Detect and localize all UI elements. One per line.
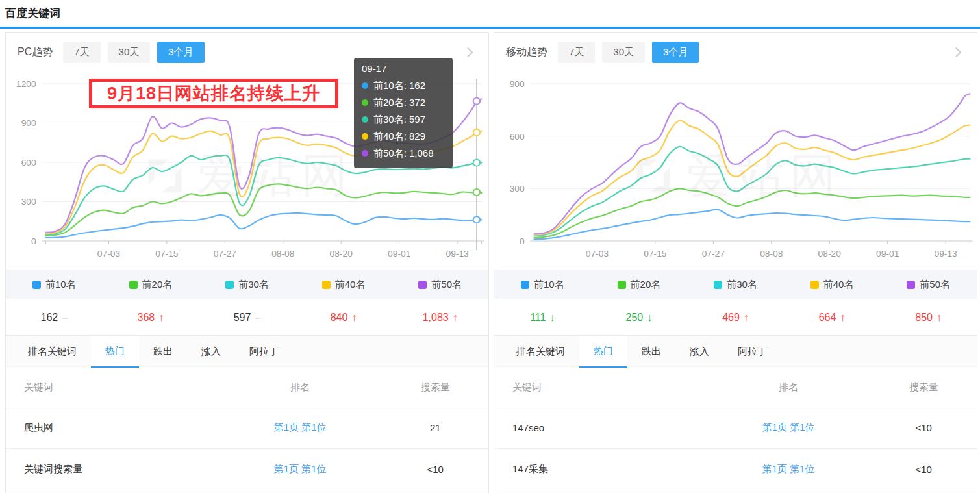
down-arrow-icon: ↓ — [647, 312, 652, 323]
x-axis-label: 07-03 — [97, 249, 120, 259]
keyword-cell: 147采集 — [494, 463, 707, 475]
x-axis-label: 07-27 — [214, 249, 236, 259]
keyword-tab[interactable]: 热门 — [91, 336, 139, 368]
mobile-trend-panel: 移动趋势 7天30天3个月 030060090007-0307-1507-270… — [494, 32, 977, 493]
legend-label: 前30名 — [727, 279, 757, 291]
legend-swatch-icon — [129, 281, 138, 289]
rank-link[interactable]: 第1页 第1位 — [762, 422, 815, 433]
table-row[interactable]: 147seo第1页 第1位<10 — [494, 407, 977, 449]
keyword-tab[interactable]: 阿拉丁 — [235, 336, 293, 368]
down-arrow-icon: ↓ — [549, 312, 555, 323]
range-tab[interactable]: 3个月 — [652, 42, 699, 63]
legend-item[interactable]: 前20名 — [103, 279, 199, 291]
rank-link[interactable]: 第1页 第1位 — [762, 463, 815, 474]
legend-item[interactable]: 前10名 — [6, 279, 103, 291]
range-tab[interactable]: 7天 — [63, 42, 100, 63]
keyword-tab[interactable]: 排名关键词 — [502, 336, 579, 368]
legend-item[interactable]: 前10名 — [494, 279, 591, 291]
tooltip-item: 前50名: 1,068 — [362, 145, 445, 162]
range-tab[interactable]: 3个月 — [157, 42, 204, 63]
mobile-trend-chart[interactable]: 030060090007-0307-1507-2708-0808-2009-01… — [494, 67, 977, 270]
keyword-tab[interactable]: 跌出 — [627, 336, 675, 368]
legend-item[interactable]: 前40名 — [784, 279, 881, 291]
keyword-cell: 爬虫网 — [6, 422, 218, 434]
stats-row: 111↓250↓469↑664↑850↑ — [494, 299, 977, 336]
rank-cell: 第1页 第1位 — [218, 422, 383, 434]
stat-cell: 1,083↑ — [392, 312, 488, 323]
legend-swatch-icon — [32, 281, 41, 289]
keyword-tab[interactable]: 跌出 — [139, 336, 187, 368]
legend-swatch-icon — [521, 281, 529, 289]
annotation-banner: 9月18日网站排名持续上升 — [89, 79, 338, 108]
column-header: 搜索量 — [871, 381, 977, 394]
table-header: 关键词排名搜索量 — [6, 368, 488, 407]
search-volume-cell: <10 — [871, 422, 977, 433]
y-axis-label: 1200 — [16, 79, 36, 89]
table-row[interactable]: 关键词搜索量第1页 第1位<10 — [6, 449, 488, 490]
stat-cell: 162– — [6, 312, 103, 323]
rank-link[interactable]: 第1页 第1位 — [274, 422, 327, 433]
hover-marker — [473, 216, 481, 223]
tooltip-item: 前10名: 162 — [362, 77, 445, 94]
y-axis-label: 300 — [21, 197, 36, 207]
chart-tooltip: 09-17 前10名: 162前20名: 372前30名: 597前40名: 8… — [354, 58, 453, 168]
panels-container: PC趋势 7天30天3个月 0300600900120007-0307-1507… — [0, 29, 980, 493]
chevron-right-icon — [462, 47, 473, 57]
legend-item[interactable]: 前20名 — [591, 279, 688, 291]
legend-swatch-icon — [810, 281, 819, 289]
legend-item[interactable]: 前30名 — [687, 279, 784, 291]
series-line — [534, 209, 970, 239]
legend-label: 前30名 — [238, 279, 269, 291]
keyword-cell: 147seo — [494, 422, 707, 433]
tooltip-item-text: 前10名: 162 — [373, 77, 425, 94]
stat-cell: 840↑ — [295, 312, 392, 323]
search-volume-cell: 21 — [383, 422, 488, 433]
table-row[interactable]: 爬虫网第1页 第1位21 — [6, 407, 488, 449]
table-row[interactable]: 147采集第1页 第1位<10 — [494, 449, 977, 490]
keyword-tab[interactable]: 排名关键词 — [14, 336, 91, 368]
x-axis-label: 09-01 — [388, 249, 410, 259]
legend-item[interactable]: 前30名 — [199, 279, 295, 291]
up-arrow-icon: ↑ — [936, 312, 942, 323]
keyword-tab[interactable]: 涨入 — [187, 336, 235, 368]
tooltip-item: 前40名: 829 — [362, 128, 445, 145]
range-tab[interactable]: 30天 — [602, 42, 645, 63]
x-axis-label: 08-20 — [330, 249, 353, 259]
tooltip-items: 前10名: 162前20名: 372前30名: 597前40名: 829前50名… — [362, 77, 445, 162]
legend-item[interactable]: 前50名 — [392, 279, 488, 291]
y-axis-label: 900 — [510, 79, 525, 89]
stat-value: 111 — [530, 312, 546, 323]
stat-value: 664 — [819, 312, 836, 323]
range-tab[interactable]: 30天 — [108, 42, 151, 63]
panel-header: 移动趋势 7天30天3个月 — [494, 33, 977, 67]
panel-next-button[interactable] — [459, 43, 477, 61]
legend-swatch-icon — [618, 281, 626, 289]
y-axis-label: 600 — [21, 158, 36, 168]
search-volume-cell: <10 — [871, 464, 977, 475]
y-axis-label: 300 — [510, 184, 525, 194]
rank-link[interactable]: 第1页 第1位 — [274, 463, 327, 474]
legend-swatch-icon — [714, 281, 722, 289]
series-line — [46, 213, 482, 238]
panel-next-button[interactable] — [947, 43, 965, 61]
x-axis-label: 08-20 — [818, 249, 841, 259]
legend-item[interactable]: 前50名 — [880, 279, 977, 291]
keyword-tab[interactable]: 阿拉丁 — [723, 336, 781, 368]
column-header: 排名 — [707, 381, 871, 394]
legend-swatch-icon — [907, 281, 915, 289]
y-axis-label: 600 — [510, 132, 525, 142]
keyword-tab[interactable]: 热门 — [579, 336, 627, 368]
keyword-tabs: 排名关键词热门跌出涨入阿拉丁 — [494, 336, 977, 368]
stat-cell: 368↑ — [103, 312, 199, 323]
keyword-tab[interactable]: 涨入 — [675, 336, 723, 368]
column-header: 排名 — [218, 381, 383, 394]
up-arrow-icon: ↑ — [158, 312, 164, 323]
x-axis-label: 08-08 — [760, 249, 783, 259]
legend-item[interactable]: 前40名 — [295, 279, 392, 291]
legend-swatch-icon — [322, 281, 331, 289]
column-header: 搜索量 — [383, 381, 488, 394]
up-arrow-icon: ↑ — [351, 312, 357, 323]
stat-value: 597 — [234, 312, 251, 323]
range-tab[interactable]: 7天 — [558, 42, 595, 63]
stat-cell: 850↑ — [880, 312, 977, 323]
